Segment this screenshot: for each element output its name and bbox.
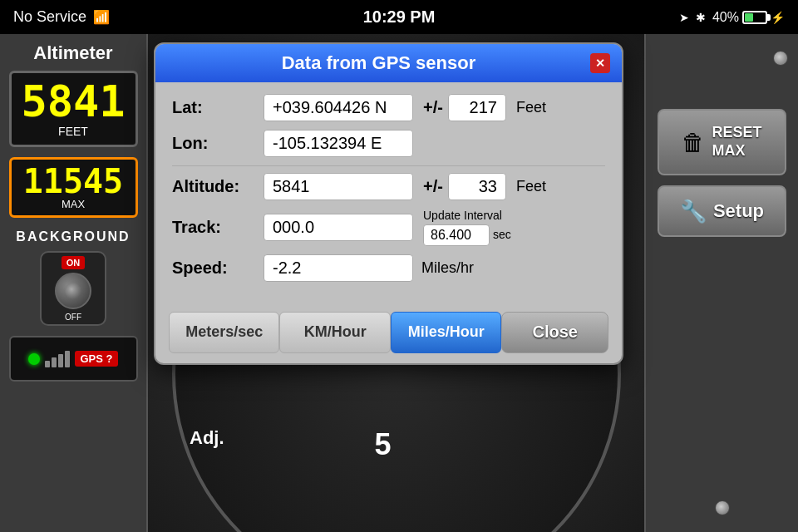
navigation-icon bbox=[679, 10, 689, 25]
battery-container: 40% bbox=[712, 10, 785, 25]
battery-bar bbox=[742, 11, 767, 24]
lat-pm: +/- bbox=[423, 98, 443, 117]
reset-max-button[interactable]: 🗑 RESET MAX bbox=[658, 109, 786, 175]
gps-dialog: Data from GPS sensor ✕ Lat: +039.604426 … bbox=[154, 42, 623, 365]
divider-1 bbox=[172, 165, 605, 166]
carrier-text: No Service bbox=[13, 8, 86, 26]
lon-value: -105.132394 E bbox=[264, 130, 413, 157]
alt-accuracy-unit: Feet bbox=[516, 178, 546, 195]
alt-value: 5841 bbox=[264, 173, 413, 200]
gps-signal-bars bbox=[45, 351, 70, 367]
gps-light bbox=[28, 353, 40, 365]
alt-row: Altitude: 5841 +/- 33 Feet bbox=[172, 173, 605, 200]
lat-label: Lat: bbox=[172, 98, 264, 117]
dialog-title: Data from GPS sensor bbox=[167, 52, 590, 74]
toggle-off-label: OFF bbox=[65, 313, 81, 322]
bluetooth-icon bbox=[696, 10, 706, 25]
toggle-on-badge: ON bbox=[62, 256, 86, 269]
status-left: No Service bbox=[13, 8, 110, 26]
right-panel: 🗑 RESET MAX 🔧 Setup bbox=[644, 34, 798, 532]
altitude-value: 5841 bbox=[18, 80, 129, 123]
clock-number-5: 5 bbox=[375, 427, 392, 462]
lat-row: Lat: +039.604426 N +/- 217 Feet bbox=[172, 94, 605, 121]
gps-bar-1 bbox=[45, 361, 50, 367]
status-right: 40% bbox=[679, 10, 785, 25]
wrench-icon: 🔧 bbox=[680, 199, 707, 224]
altimeter-title: Altimeter bbox=[33, 42, 112, 64]
toggle-knob bbox=[55, 273, 91, 309]
update-interval-group: Update Interval 86.400 sec bbox=[423, 209, 511, 246]
speed-row: Speed: -2.2 Miles/hr bbox=[172, 254, 605, 282]
alt-label: Altitude: bbox=[172, 177, 264, 196]
close-button[interactable]: Close bbox=[501, 312, 608, 353]
dialog-body: Lat: +039.604426 N +/- 217 Feet Lon: -10… bbox=[155, 82, 622, 302]
track-row: Track: 000.0 Update Interval 86.400 sec bbox=[172, 209, 605, 246]
gps-text: GPS ? bbox=[75, 351, 117, 367]
battery-fill bbox=[745, 13, 753, 22]
track-label: Track: bbox=[172, 218, 264, 237]
lightning-icon bbox=[771, 10, 785, 25]
dialog-title-bar: Data from GPS sensor ✕ bbox=[155, 44, 622, 82]
setup-button[interactable]: 🔧 Setup bbox=[658, 185, 786, 237]
trash-icon: 🗑 bbox=[682, 129, 705, 156]
max-value: 11545 bbox=[17, 165, 131, 198]
speed-unit: Miles/hr bbox=[421, 259, 474, 277]
meters-sec-button[interactable]: Meters/sec bbox=[169, 312, 279, 353]
lon-row: Lon: -105.132394 E bbox=[172, 130, 605, 157]
lat-accuracy-value: 217 bbox=[448, 94, 506, 121]
lat-accuracy-unit: Feet bbox=[516, 99, 546, 116]
gps-bar-2 bbox=[52, 357, 57, 367]
gps-indicator[interactable]: GPS ? bbox=[9, 336, 138, 382]
adj-label: Adj. bbox=[190, 427, 224, 449]
lon-label: Lon: bbox=[172, 134, 264, 153]
app-area: Altimeter 5841 FEET 11545 MAX BACKGROUND… bbox=[0, 34, 798, 532]
miles-hour-button[interactable]: Miles/Hour bbox=[391, 312, 501, 353]
max-display: 11545 MAX bbox=[9, 157, 138, 218]
status-time: 10:29 PM bbox=[363, 7, 436, 27]
track-value: 000.0 bbox=[264, 214, 413, 241]
toggle-switch[interactable]: ON OFF bbox=[40, 251, 106, 326]
gps-bar-4 bbox=[65, 351, 70, 367]
lat-value: +039.604426 N bbox=[264, 94, 413, 121]
km-hour-button[interactable]: KM/Hour bbox=[279, 312, 390, 353]
lat-accuracy-group: +/- 217 Feet bbox=[423, 94, 546, 121]
left-panel: Altimeter 5841 FEET 11545 MAX BACKGROUND… bbox=[0, 34, 148, 532]
alt-accuracy-group: +/- 33 Feet bbox=[423, 173, 546, 200]
reset-max-text: RESET MAX bbox=[712, 124, 761, 160]
alt-pm: +/- bbox=[423, 177, 443, 196]
speed-value: -2.2 bbox=[264, 254, 413, 282]
setup-text: Setup bbox=[713, 200, 764, 222]
gps-bar-3 bbox=[58, 354, 63, 367]
background-label: BACKGROUND bbox=[16, 229, 130, 244]
speed-label: Speed: bbox=[172, 259, 264, 278]
dialog-close-x-button[interactable]: ✕ bbox=[590, 53, 610, 73]
wifi-icon bbox=[93, 8, 110, 26]
alt-accuracy-value: 33 bbox=[448, 173, 506, 200]
screw-right-bottom bbox=[715, 500, 730, 515]
altimeter-main-display: 5841 FEET bbox=[9, 71, 138, 147]
altitude-unit: FEET bbox=[18, 125, 129, 138]
dialog-buttons: Meters/sec KM/Hour Miles/Hour Close bbox=[155, 302, 622, 363]
screw-right-top bbox=[773, 51, 788, 66]
update-interval-label: Update Interval bbox=[423, 209, 511, 223]
update-interval-value: 86.400 bbox=[423, 224, 490, 246]
battery-percentage: 40% bbox=[712, 10, 739, 25]
status-bar: No Service 10:29 PM 40% bbox=[0, 0, 798, 34]
toggle-knob-inner bbox=[65, 283, 81, 299]
update-interval-unit: sec bbox=[493, 228, 511, 241]
